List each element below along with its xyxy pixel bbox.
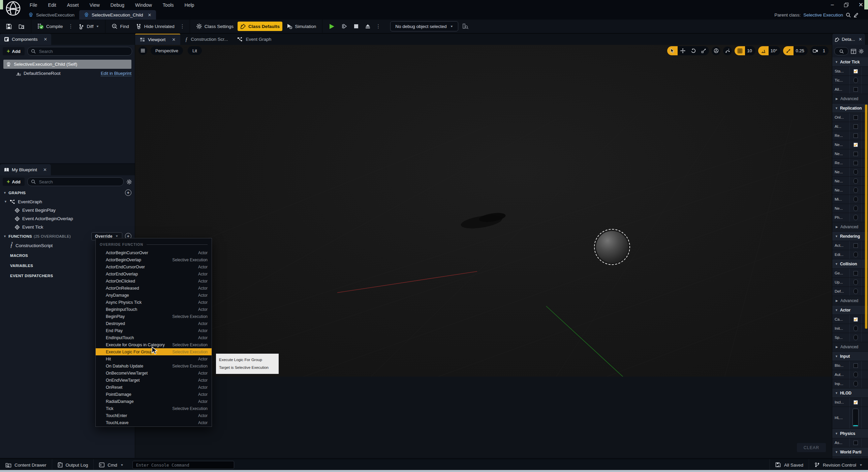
scale-snap-value[interactable]: 0.25 — [794, 48, 807, 53]
browse-asset-button[interactable] — [16, 22, 28, 31]
viewport-options-hamburger-icon[interactable] — [138, 46, 147, 55]
checkbox[interactable] — [854, 271, 858, 275]
stop-button[interactable] — [351, 22, 361, 31]
checkbox[interactable] — [854, 115, 858, 120]
checkbox-checked[interactable] — [854, 317, 858, 322]
menu-debug[interactable]: Debug — [106, 1, 128, 9]
override-menu-item[interactable]: TickSelective Execution — [96, 405, 212, 412]
override-menu-item[interactable]: ActorOnClickedActor — [96, 277, 212, 285]
section-header-input[interactable]: ▼Input — [832, 352, 868, 361]
add-component-button[interactable]: + Add — [3, 47, 25, 55]
checkbox-checked[interactable] — [854, 143, 858, 147]
checkbox[interactable] — [854, 87, 858, 92]
checkbox[interactable] — [854, 161, 858, 165]
viewport-canvas[interactable]: Perspective Lit — [135, 45, 832, 377]
scale-snap-button[interactable] — [783, 46, 794, 55]
rotate-tool-button[interactable] — [688, 46, 699, 55]
surface-snapping-button[interactable] — [723, 47, 732, 55]
section-header-world-parti[interactable]: ▼World Parti — [832, 447, 868, 457]
tab-construction-scr-[interactable]: ƒConstruction Scr... — [180, 34, 232, 45]
parent-class-link[interactable]: Selective Execution — [803, 12, 843, 18]
event-row-event-tick[interactable]: Event Tick — [0, 223, 135, 231]
rotation-snap-value[interactable]: 10° — [769, 48, 781, 53]
display-filter-icon[interactable] — [851, 49, 856, 54]
event-row-event-actorbeginoverlap[interactable]: Event ActorBeginOverlap — [0, 214, 135, 223]
perspective-dropdown[interactable]: Perspective — [151, 46, 183, 55]
override-menu-item[interactable]: ActorBeginOverlapSelective Execution — [96, 256, 212, 263]
details-scrollbar[interactable] — [865, 105, 867, 329]
play-button[interactable] — [326, 22, 338, 31]
add-graph-icon[interactable]: + — [125, 189, 131, 196]
component-child-row[interactable]: DefaultSceneRoot Edit in Blueprint — [0, 69, 135, 78]
section-header-hlod[interactable]: ▼HLOD — [832, 388, 868, 398]
override-menu-item[interactable]: BeginPlaySelective Execution — [96, 313, 212, 320]
menu-file[interactable]: File — [26, 1, 41, 9]
advanced-expander[interactable]: ▶Advanced — [832, 296, 868, 305]
blueprint-settings-gear-icon[interactable] — [126, 179, 132, 185]
override-menu-item[interactable]: End PlayActor — [96, 327, 212, 334]
tab-viewport[interactable]: Viewport✕ — [135, 34, 180, 45]
edit-in-blueprint-link[interactable]: Edit in Blueprint — [101, 71, 131, 76]
close-window-button[interactable]: ✕ — [859, 1, 863, 8]
menu-window[interactable]: Window — [131, 1, 156, 9]
checkbox[interactable] — [854, 152, 858, 156]
coordinate-system-button[interactable] — [712, 47, 720, 55]
advanced-expander[interactable]: ▶Advanced — [832, 342, 868, 352]
lit-dropdown[interactable]: Lit — [188, 46, 202, 55]
override-menu-item[interactable]: RadialDamageActor — [96, 398, 212, 405]
debug-object-dropdown[interactable]: No debug object selected ▼ — [390, 21, 458, 31]
value-field[interactable] — [854, 335, 858, 340]
hide-unrelated-button[interactable]: Hide Unrelated — [133, 22, 177, 31]
value-field[interactable] — [854, 289, 858, 294]
override-menu-item[interactable]: BeginInputTouchActor — [96, 306, 212, 313]
override-menu-item[interactable]: OnBecomeViewTargetActor — [96, 370, 212, 377]
override-menu-item[interactable]: PointDamageActor — [96, 391, 212, 398]
grid-snap-button[interactable] — [735, 46, 745, 55]
asset-tab-selectiveexecution_child[interactable]: SelectiveExecution_Child✕ — [79, 10, 156, 20]
my-blueprint-tab[interactable]: My Blueprint ✕ — [0, 164, 51, 175]
override-menu-item[interactable]: TouchLeaveActor — [96, 419, 212, 426]
menu-view[interactable]: View — [86, 1, 104, 9]
section-header-rendering[interactable]: ▼Rendering — [832, 232, 868, 241]
camera-speed-button[interactable] — [810, 46, 821, 55]
menu-help[interactable]: Help — [181, 1, 198, 9]
value-field[interactable] — [854, 279, 858, 285]
override-menu-item[interactable]: TouchEnterActor — [96, 412, 212, 419]
camera-speed-value[interactable]: 1 — [821, 48, 829, 53]
minimize-button[interactable]: – — [831, 2, 834, 8]
edit-parent-icon[interactable] — [854, 12, 859, 18]
menu-tools[interactable]: Tools — [159, 1, 178, 9]
override-menu-item[interactable]: ActorEndCursorOverActor — [96, 263, 212, 270]
value-field[interactable] — [854, 78, 858, 83]
select-tool-button[interactable] — [667, 46, 678, 55]
eject-button[interactable] — [363, 22, 373, 31]
section-header-actor-tick[interactable]: ▼Actor Tick — [832, 57, 868, 67]
add-blueprint-item-button[interactable]: + Add — [3, 178, 25, 186]
components-tab[interactable]: Components ✕ — [0, 34, 51, 45]
advanced-expander[interactable]: ▶Advanced — [832, 222, 868, 232]
close-icon[interactable]: ✕ — [859, 37, 862, 42]
override-menu-item[interactable]: ActorBeginCursorOverActor — [96, 249, 212, 256]
diff-button[interactable]: Diff ▼ — [76, 22, 102, 31]
value-field[interactable] — [854, 169, 858, 175]
advanced-expander[interactable]: ▶Advanced — [832, 94, 868, 104]
checkbox-checked[interactable] — [854, 400, 858, 405]
override-menu-item[interactable]: OnEndViewTargetActor — [96, 377, 212, 384]
my-blueprint-search[interactable] — [27, 177, 124, 186]
output-log-button[interactable]: Output Log — [52, 459, 94, 471]
hide-unrelated-kebab-icon[interactable]: ⋮ — [179, 23, 186, 29]
components-search[interactable] — [27, 47, 132, 56]
compile-button[interactable]: Compile — [35, 22, 66, 31]
all-saved-button[interactable]: All Saved — [770, 459, 809, 471]
console-command-input[interactable] — [132, 461, 234, 469]
menu-asset[interactable]: Asset — [63, 1, 83, 9]
compile-options-kebab-icon[interactable]: ⋮ — [67, 23, 75, 29]
section-header-collision[interactable]: ▼Collision — [832, 259, 868, 269]
close-icon[interactable]: ✕ — [148, 12, 151, 18]
value-field[interactable] — [854, 197, 858, 202]
my-blueprint-search-input[interactable] — [38, 179, 120, 185]
checkbox[interactable] — [854, 363, 858, 368]
section-header-replication[interactable]: ▼Replication — [832, 104, 868, 113]
scale-tool-button[interactable] — [699, 46, 709, 55]
override-menu-item[interactable]: Async Physics TickActor — [96, 299, 212, 306]
